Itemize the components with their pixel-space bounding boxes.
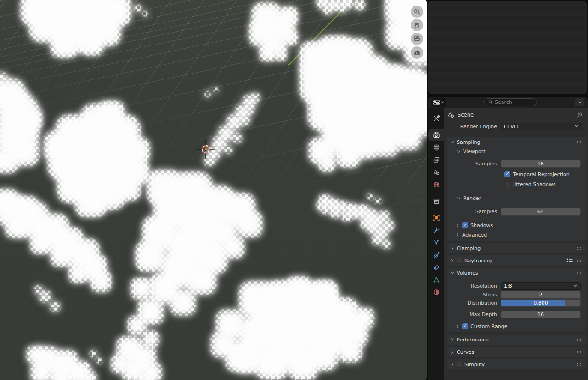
resolution-row: Resolution 1:8	[447, 282, 581, 290]
steps-label: Steps	[447, 292, 501, 298]
panel-sampling: Sampling Viewport Samples 16	[447, 137, 586, 241]
chevron-down-icon	[456, 149, 461, 154]
header-options-button[interactable]	[575, 98, 584, 106]
steps-field[interactable]: 2	[501, 291, 581, 299]
tab-tool[interactable]	[428, 112, 444, 125]
subpanel-title: Viewport	[463, 148, 486, 154]
panel-clamping-header[interactable]: Clamping	[447, 243, 586, 253]
simplify-checkbox[interactable]	[457, 362, 463, 368]
drag-grip-icon[interactable]	[577, 338, 582, 341]
chevron-down-icon	[574, 124, 579, 129]
3d-viewport[interactable]	[0, 0, 427, 380]
subpanel-viewport-header[interactable]: Viewport	[456, 147, 586, 155]
jittered-shadows-checkbox[interactable]	[504, 181, 510, 187]
tab-view-layer[interactable]	[428, 153, 444, 166]
panel-performance: Performance	[447, 335, 586, 345]
drag-grip-icon[interactable]	[577, 259, 582, 262]
viewport-samples-row: Samples 16	[447, 159, 581, 168]
tab-object-data[interactable]	[428, 273, 444, 286]
advanced-label: Advanced	[462, 232, 487, 238]
panel-curves-header[interactable]: Curves	[447, 347, 586, 357]
samples-label: Samples	[447, 209, 501, 215]
panel-raytracing: Raytracing	[447, 255, 586, 266]
panel-title: Volumes	[457, 270, 478, 276]
panel-performance-header[interactable]: Performance	[447, 335, 586, 345]
breadcrumb-scene[interactable]: Scene	[458, 112, 474, 118]
drag-grip-icon[interactable]	[577, 351, 582, 354]
tab-modifiers[interactable]	[428, 224, 444, 236]
pan-gizmo-button[interactable]	[411, 19, 423, 31]
distribution-slider[interactable]: 0.800	[501, 299, 581, 307]
max-depth-field[interactable]: 16	[501, 311, 581, 318]
shadows-row[interactable]: Shadows	[455, 221, 586, 229]
3d-cursor[interactable]	[197, 140, 215, 159]
pin-icon[interactable]	[576, 112, 583, 119]
raytracing-checkbox[interactable]	[457, 258, 463, 264]
search-placeholder: Search	[495, 99, 512, 105]
camera-view-icon	[413, 34, 421, 43]
toggle-projection-icon	[413, 48, 421, 57]
panel-simplify: Simplify	[447, 359, 586, 369]
drag-grip-icon[interactable]	[577, 363, 582, 366]
chevron-right-icon	[455, 223, 460, 228]
drag-grip-icon[interactable]	[577, 272, 582, 275]
custom-range-row[interactable]: Custom Range	[455, 324, 586, 332]
resolution-select[interactable]: 1:8	[501, 282, 581, 290]
chevron-right-icon	[450, 337, 455, 342]
chevron-down-icon	[450, 140, 455, 145]
presets-icon[interactable]	[566, 258, 573, 263]
subpanel-render-header[interactable]: Render	[456, 194, 586, 202]
tab-scene[interactable]	[428, 166, 444, 178]
scene-icon	[447, 111, 455, 119]
particles-icon	[433, 239, 440, 246]
zoom-gizmo-button[interactable]	[411, 6, 423, 18]
tab-output[interactable]	[428, 141, 444, 153]
constraints-icon	[433, 264, 440, 271]
chevron-down-icon	[456, 196, 461, 201]
view-layer-icon	[433, 156, 440, 164]
viewport-samples-field[interactable]: 16	[501, 160, 581, 168]
panel-volumes-header[interactable]: Volumes	[447, 268, 586, 278]
panel-simplify-header[interactable]: Simplify	[447, 359, 586, 369]
panel-title: Clamping	[457, 245, 481, 251]
panel-title: Sampling	[457, 139, 481, 145]
panel-raytracing-header[interactable]: Raytracing	[447, 255, 586, 266]
advanced-row[interactable]: Advanced	[455, 233, 586, 241]
resolution-label: Resolution	[447, 283, 501, 289]
tab-world[interactable]	[428, 178, 444, 191]
temporal-reprojection-checkbox[interactable]	[504, 171, 510, 177]
temporal-reprojection-label: Temporal Reprojection	[513, 171, 570, 177]
tab-collection[interactable]	[428, 195, 444, 207]
tab-separator	[428, 207, 444, 211]
camera-view-gizmo-button[interactable]	[411, 33, 423, 45]
object-data-icon	[433, 276, 440, 284]
outliner-editor[interactable]	[428, 1, 587, 94]
tab-physics[interactable]	[428, 249, 444, 261]
search-input[interactable]: Search	[484, 98, 537, 106]
tab-constraints[interactable]	[428, 261, 444, 273]
panel-title: Raytracing	[464, 258, 492, 264]
editor-type-button[interactable]	[431, 98, 446, 107]
custom-range-checkbox[interactable]	[462, 323, 468, 329]
drag-grip-icon[interactable]	[577, 247, 582, 250]
drag-grip-icon[interactable]	[577, 141, 582, 144]
tab-material[interactable]	[428, 286, 444, 298]
panel-title: Curves	[457, 349, 474, 355]
pan-icon	[413, 21, 421, 29]
tab-object[interactable]	[428, 211, 444, 224]
tab-particles[interactable]	[428, 236, 444, 249]
render-samples-row: Samples 64	[447, 207, 581, 216]
toggle-projection-gizmo-button[interactable]	[411, 46, 423, 59]
resolution-value: 1:8	[504, 283, 512, 289]
chevron-down-icon	[577, 100, 582, 105]
jittered-shadows-label: Jittered Shadows	[513, 181, 555, 187]
right-column: Search Scene	[428, 0, 588, 380]
viewport-clouds-voxel	[0, 0, 427, 380]
tab-render[interactable]	[428, 129, 444, 141]
zoom-icon	[413, 7, 421, 16]
render-engine-value: EEVEE	[504, 124, 520, 130]
panel-sampling-header[interactable]: Sampling	[447, 137, 586, 147]
render-engine-select[interactable]: EEVEE	[501, 123, 582, 130]
shadows-checkbox[interactable]	[462, 222, 468, 228]
render-samples-field[interactable]: 64	[501, 208, 581, 216]
